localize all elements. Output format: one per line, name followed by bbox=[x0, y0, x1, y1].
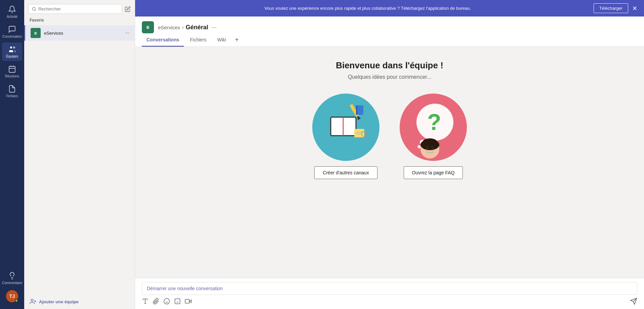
faq-button[interactable]: Ouvrez la page FAQ bbox=[404, 166, 463, 179]
breadcrumb-arrow: › bbox=[182, 25, 184, 30]
panel: Favoris e eServices ··· Ajouter une équi… bbox=[24, 0, 135, 309]
book-svg bbox=[312, 94, 379, 161]
search-icon bbox=[32, 7, 36, 11]
sidebar-conversation-label: Conversation bbox=[2, 35, 22, 38]
sidebar-reunions-label: Réunions bbox=[5, 74, 19, 78]
svg-rect-2 bbox=[9, 66, 15, 72]
channel-name: Général bbox=[186, 24, 208, 31]
emoji-icon[interactable] bbox=[163, 298, 170, 305]
svg-point-31 bbox=[426, 148, 428, 150]
team-org-name: eServices bbox=[158, 25, 180, 30]
message-toolbar bbox=[142, 298, 637, 305]
svg-rect-36 bbox=[175, 299, 180, 304]
team-header-title: eServices › Général ··· bbox=[158, 24, 217, 31]
team-header-avatar: e bbox=[142, 21, 154, 33]
avatar[interactable]: TJ bbox=[6, 290, 18, 302]
welcome-cards: Créer d'autres canaux ? bbox=[312, 94, 467, 179]
add-team-button[interactable]: Ajouter une équipe bbox=[24, 294, 135, 309]
add-tab-button[interactable]: + bbox=[232, 33, 242, 46]
teams-icon bbox=[8, 45, 16, 53]
sidebar-item-fichiers[interactable]: Fichiers bbox=[2, 82, 22, 101]
lightbulb-icon bbox=[8, 272, 16, 280]
chat-icon bbox=[8, 25, 16, 33]
send-button[interactable] bbox=[630, 298, 637, 305]
sidebar-item-reunions[interactable]: Réunions bbox=[2, 62, 22, 81]
sidebar-item-conversation[interactable]: Conversation bbox=[2, 23, 22, 41]
channels-illustration bbox=[312, 94, 379, 161]
search-section bbox=[24, 0, 135, 16]
banner-close-button[interactable]: ✕ bbox=[632, 5, 637, 12]
svg-marker-37 bbox=[189, 300, 191, 303]
team-list-item-eservices[interactable]: e eServices ··· bbox=[24, 25, 135, 41]
online-status-dot bbox=[15, 299, 18, 302]
svg-line-9 bbox=[35, 10, 36, 10]
welcome-subtitle: Quelques idées pour commencer... bbox=[348, 74, 431, 80]
sidebar-fichiers-label: Fichiers bbox=[6, 94, 18, 98]
video-icon[interactable] bbox=[185, 298, 192, 305]
svg-rect-38 bbox=[185, 299, 190, 303]
format-text-icon[interactable] bbox=[142, 298, 149, 305]
faq-svg: ? bbox=[400, 94, 467, 161]
attachment-icon[interactable] bbox=[153, 298, 159, 305]
team-item-more-button[interactable]: ··· bbox=[125, 30, 129, 36]
welcome-section: Bienvenue dans l'équipe ! Quelques idées… bbox=[135, 47, 644, 278]
avatar-initials: TJ bbox=[9, 294, 15, 299]
download-button[interactable]: Télécharger bbox=[594, 3, 628, 13]
svg-point-10 bbox=[31, 299, 33, 302]
team-item-avatar: e bbox=[31, 28, 41, 38]
compose-button[interactable] bbox=[125, 6, 131, 12]
add-team-label: Ajouter une équipe bbox=[39, 299, 79, 304]
create-channel-button[interactable]: Créer d'autres canaux bbox=[314, 166, 377, 179]
sidebar-item-commentaire[interactable]: Commentaire bbox=[2, 269, 22, 287]
tab-fichiers[interactable]: Fichiers bbox=[185, 34, 211, 47]
calendar-icon bbox=[8, 65, 16, 73]
svg-point-0 bbox=[10, 46, 12, 48]
sidebar-commentaire-label: Commentaire bbox=[2, 281, 22, 285]
sidebar-equipes-label: Équipes bbox=[6, 55, 18, 58]
favorites-label: Favoris bbox=[24, 16, 135, 25]
welcome-card-channels: Créer d'autres canaux bbox=[312, 94, 379, 179]
sidebar: Activité Conversation Équipes Réunions bbox=[0, 0, 24, 309]
search-input-wrapper[interactable] bbox=[28, 4, 122, 14]
download-banner: Vous voulez une expérience encore plus r… bbox=[135, 0, 644, 16]
tabs-bar: Conversations Fichiers Wiki + bbox=[135, 33, 644, 47]
svg-text:?: ? bbox=[427, 109, 441, 135]
team-header: e eServices › Général ··· bbox=[135, 16, 644, 33]
tab-wiki[interactable]: Wiki bbox=[212, 34, 231, 47]
file-icon bbox=[8, 85, 16, 93]
main-content: Vous voulez une expérience encore plus r… bbox=[135, 0, 644, 309]
banner-text: Vous voulez une expérience encore plus r… bbox=[142, 6, 594, 11]
sidebar-item-equipes[interactable]: Équipes bbox=[2, 42, 22, 61]
svg-point-32 bbox=[432, 148, 434, 150]
svg-point-33 bbox=[164, 299, 170, 304]
sticker-icon[interactable] bbox=[174, 298, 181, 305]
svg-point-1 bbox=[13, 47, 15, 48]
sidebar-item-activite[interactable]: Activité bbox=[2, 3, 22, 21]
svg-point-8 bbox=[33, 7, 36, 10]
welcome-card-faq: ? bbox=[400, 94, 467, 179]
faq-illustration: ? bbox=[400, 94, 467, 161]
content-area: Bienvenue dans l'équipe ! Quelques idées… bbox=[135, 47, 644, 309]
welcome-title: Bienvenue dans l'équipe ! bbox=[336, 60, 443, 71]
svg-point-30 bbox=[422, 138, 437, 146]
channel-options-button[interactable]: ··· bbox=[212, 24, 217, 31]
bell-icon bbox=[8, 5, 16, 13]
compose-icon bbox=[125, 6, 131, 12]
svg-rect-18 bbox=[356, 105, 357, 115]
message-input[interactable]: Démarrer une nouvelle conversation bbox=[142, 282, 637, 295]
message-area: Démarrer une nouvelle conversation bbox=[135, 278, 644, 309]
team-item-name: eServices bbox=[44, 31, 125, 36]
svg-line-23 bbox=[366, 136, 369, 138]
search-input[interactable] bbox=[38, 6, 118, 11]
svg-point-27 bbox=[417, 145, 421, 148]
add-team-icon bbox=[30, 298, 36, 305]
sidebar-activite-label: Activité bbox=[7, 15, 17, 19]
tab-conversations[interactable]: Conversations bbox=[142, 34, 184, 47]
